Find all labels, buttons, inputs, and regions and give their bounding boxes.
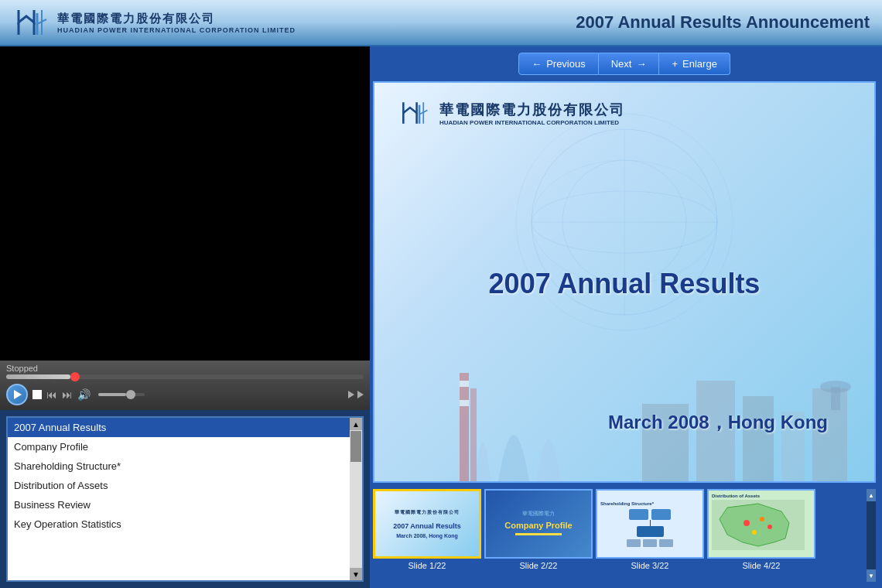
- thumbnail-image-3: Shareholding Structure*: [596, 489, 704, 559]
- skip-back-button[interactable]: ⏮: [46, 388, 57, 401]
- svg-rect-18: [831, 387, 840, 410]
- stop-button[interactable]: [32, 390, 42, 399]
- slide-company-logo-icon: [398, 98, 432, 128]
- thumbnail-4[interactable]: Distribution of Assets: [707, 489, 815, 582]
- previous-button[interactable]: ← Previous: [518, 53, 599, 75]
- enlarge-button[interactable]: + Enlarge: [659, 53, 730, 75]
- svg-rect-10: [460, 381, 469, 387]
- header: 華電國際電力股份有限公司 HUADIAN POWER INTERNATIONAL…: [0, 0, 882, 46]
- thumbnail-scroll-down-button[interactable]: ▼: [867, 569, 876, 582]
- right-panel: ← Previous Next → + Enlarge: [370, 46, 882, 588]
- next-label: Next: [611, 58, 632, 70]
- list-scroll-down-button[interactable]: ▼: [350, 568, 362, 580]
- logo-english: HUADIAN POWER INTERNATIONAL CORPORATION …: [57, 26, 296, 34]
- stop-icon: [32, 390, 42, 399]
- left-arrow-icon: ←: [532, 58, 542, 70]
- svg-point-23: [752, 530, 757, 535]
- thumbnail-scrollbar: ▲ ▼: [867, 489, 876, 582]
- thumbnail-strip: 華電國際電力股份有限公司 2007 Annual Results March 2…: [373, 489, 876, 582]
- progress-bar-fill: [6, 374, 70, 379]
- thumbnail-label-2: Slide 2/22: [520, 561, 558, 570]
- slide-main-title: 2007 Annual Results: [489, 268, 761, 300]
- slide-towers-decoration: [452, 326, 607, 481]
- logo-area: 華電國際電力股份有限公司 HUADIAN POWER INTERNATIONAL…: [12, 5, 296, 39]
- svg-rect-9: [470, 388, 477, 481]
- right-arrow-icon: →: [636, 58, 646, 70]
- thumb-content-4: Distribution of Assets: [709, 491, 814, 557]
- plus-icon: +: [672, 58, 678, 70]
- logo-chinese: 華電國際電力股份有限公司: [57, 12, 296, 26]
- main-container: Stopped ⏮ ⏭: [0, 46, 882, 588]
- thumb-map-icon: [712, 500, 805, 550]
- progress-bar-thumb: [70, 372, 80, 381]
- fast-forward-icon-2: [357, 391, 364, 398]
- thumb-title-1: 華電國際電力股份有限公司 2007 Annual Results March 2…: [390, 506, 464, 542]
- volume-thumb: [126, 390, 135, 399]
- slide-logo-english: HUADIAN POWER INTERNATIONAL CORPORATION …: [439, 119, 625, 126]
- thumb-content-2: 華電國際電力 Company Profile: [498, 504, 578, 545]
- thumbnail-2[interactable]: 華電國際電力 Company Profile Slide 2/22: [484, 489, 593, 582]
- thumbnail-scroll-up-button[interactable]: ▲: [867, 489, 876, 501]
- enlarge-label: Enlarge: [682, 58, 717, 70]
- list-item[interactable]: Key Operation Statistics: [8, 514, 350, 534]
- svg-point-20: [744, 520, 750, 526]
- volume-fill: [98, 393, 126, 396]
- volume-icon: 🔊: [77, 388, 91, 401]
- list-item[interactable]: 2007 Annual Results: [8, 418, 350, 437]
- slide-logo-area: 華電國際電力股份有限公司 HUADIAN POWER INTERNATIONAL…: [398, 98, 625, 128]
- volume-button[interactable]: 🔊: [77, 388, 91, 401]
- svg-rect-14: [743, 396, 774, 481]
- video-display: [0, 46, 370, 356]
- thumbnail-label-4: Slide 4/22: [743, 561, 781, 570]
- slide-list-items: 2007 Annual Results Company Profile Shar…: [8, 418, 350, 534]
- left-panel: Stopped ⏮ ⏭: [0, 46, 370, 588]
- slide-content: 華電國際電力股份有限公司 HUADIAN POWER INTERNATIONAL…: [374, 83, 874, 481]
- list-item[interactable]: Shareholding Structure*: [8, 456, 350, 476]
- controls-bar: Stopped ⏮ ⏭: [0, 361, 370, 410]
- play-icon: [14, 390, 22, 399]
- slide-list: 2007 Annual Results Company Profile Shar…: [6, 416, 364, 582]
- previous-label: Previous: [546, 58, 586, 70]
- company-logo-icon: [12, 5, 51, 39]
- svg-point-21: [760, 517, 764, 521]
- thumbnail-image-4: Distribution of Assets: [707, 489, 815, 559]
- list-scrollbar: ▲ ▼: [350, 418, 362, 580]
- thumbnail-3[interactable]: Shareholding Structure*: [596, 489, 704, 582]
- slide-logo-text: 華電國際電力股份有限公司 HUADIAN POWER INTERNATIONAL…: [439, 101, 625, 126]
- slide-globe-decoration: [470, 106, 779, 338]
- thumbnail-image-1: 華電國際電力股份有限公司 2007 Annual Results March 2…: [373, 489, 481, 559]
- slide-subtitle: March 2008，Hong Kong: [608, 410, 828, 435]
- list-item[interactable]: Company Profile: [8, 437, 350, 456]
- list-item[interactable]: Distribution of Assets: [8, 476, 350, 495]
- video-area: Stopped ⏮ ⏭: [0, 46, 370, 410]
- thumbnail-1[interactable]: 華電國際電力股份有限公司 2007 Annual Results March 2…: [373, 489, 481, 582]
- svg-rect-8: [460, 373, 469, 481]
- list-scroll-up-button[interactable]: ▲: [350, 418, 362, 430]
- transport-controls: ⏮ ⏭ 🔊: [6, 384, 364, 405]
- slide-logo-chinese: 華電國際電力股份有限公司: [439, 101, 625, 119]
- list-scroll-thumb: [350, 431, 361, 462]
- fast-forward-area: [348, 391, 364, 398]
- skip-forward-button[interactable]: ⏭: [62, 388, 73, 401]
- list-item[interactable]: Business Review: [8, 495, 350, 514]
- volume-slider[interactable]: [98, 393, 145, 396]
- slide-display: 華電國際電力股份有限公司 HUADIAN POWER INTERNATIONAL…: [373, 81, 876, 483]
- list-scroll-track: [350, 430, 362, 568]
- logo-text: 華電國際電力股份有限公司 HUADIAN POWER INTERNATIONAL…: [57, 12, 296, 34]
- play-button[interactable]: [6, 384, 28, 405]
- svg-rect-11: [460, 400, 469, 406]
- stopped-label: Stopped: [6, 364, 364, 373]
- svg-rect-16: [812, 388, 847, 481]
- skip-back-icon: ⏮: [46, 388, 57, 401]
- fast-forward-icon: [348, 391, 354, 398]
- nav-buttons: ← Previous Next → + Enlarge: [373, 53, 876, 75]
- thumb-content-3: Shareholding Structure*: [597, 498, 703, 550]
- svg-point-22: [767, 525, 772, 529]
- thumbnail-label-1: Slide 1/22: [409, 561, 446, 570]
- progress-bar[interactable]: [6, 374, 364, 379]
- slide-list-area: 2007 Annual Results Company Profile Shar…: [0, 410, 370, 588]
- page-title: 2007 Annual Results Announcement: [576, 12, 870, 32]
- thumbnail-image-2: 華電國際電力 Company Profile: [484, 489, 593, 559]
- next-button[interactable]: Next →: [599, 53, 660, 75]
- skip-forward-icon: ⏭: [62, 388, 73, 401]
